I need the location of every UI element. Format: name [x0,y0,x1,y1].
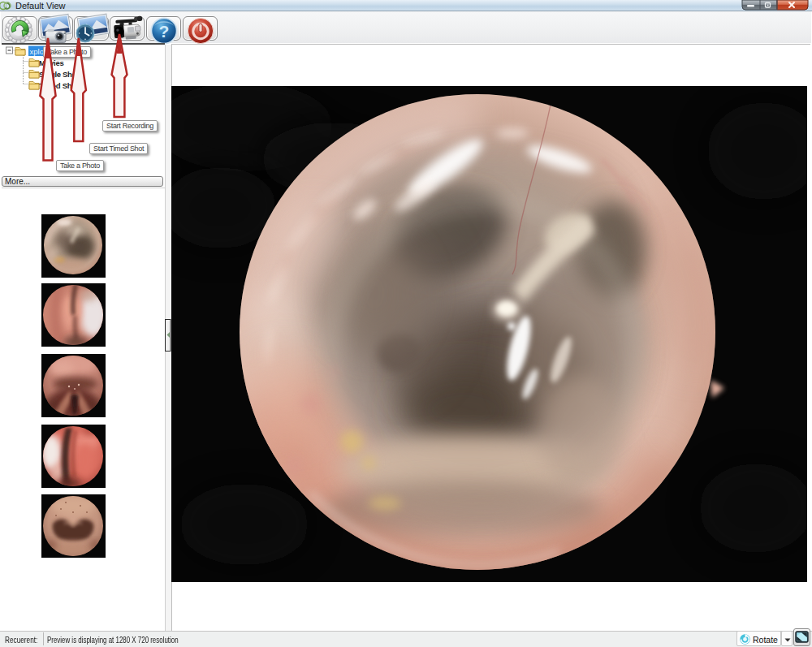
svg-text:xplo: xplo [30,47,44,56]
svg-text:Single Shots: Single Shots [39,70,83,79]
svg-text:Movies: Movies [39,58,63,67]
svg-text:Timed Shots: Timed Shots [39,81,83,90]
svg-text:?: ? [159,22,170,41]
